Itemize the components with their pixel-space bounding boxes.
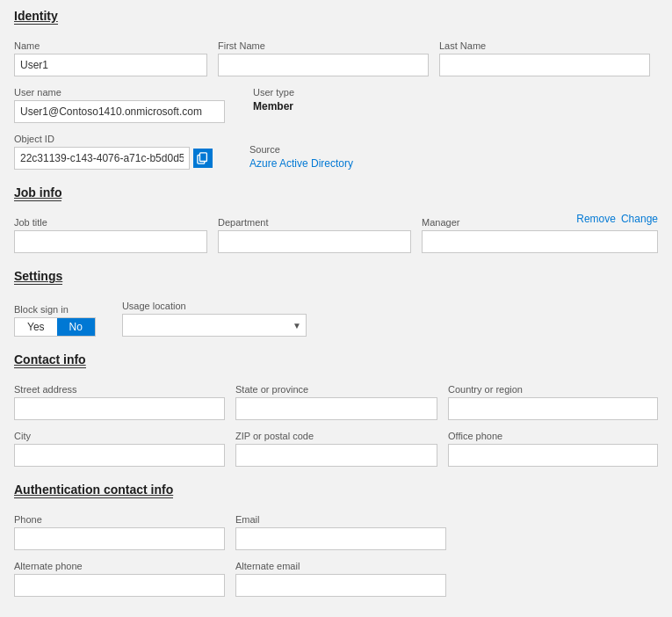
state-input[interactable] [235,397,437,420]
first-name-input[interactable] [218,54,429,76]
remove-manager-link[interactable]: Remove [576,213,616,225]
office-phone-label: Office phone [448,431,658,441]
alt-phone-input[interactable] [14,574,225,597]
zip-label: ZIP or postal code [235,431,437,441]
toggle-group: Yes No [14,317,96,337]
email-input[interactable] [235,527,446,550]
manager-input[interactable] [422,230,658,253]
contact-info-title: Contact info [14,352,86,368]
job-info-section: Job info Job title Department Manager Re… [14,185,658,253]
contact-row-1: Street address State or province Country… [14,377,658,420]
settings-title: Settings [14,269,62,285]
first-name-label: First Name [218,40,429,51]
job-title-input[interactable] [14,230,207,253]
alt-email-label: Alternate email [235,561,446,571]
phone-input[interactable] [14,527,225,550]
department-label: Department [218,217,411,228]
change-manager-link[interactable]: Change [621,213,658,225]
block-sign-in-label: Block sign in [14,304,96,315]
contact-info-section: Contact info Street address State or pro… [14,352,658,467]
object-id-input[interactable] [14,147,190,170]
settings-section: Settings Block sign in Yes No Usage loca… [14,269,658,337]
copy-icon[interactable] [193,149,213,168]
country-label: Country or region [448,384,658,395]
city-label: City [14,431,225,441]
country-input[interactable] [448,397,658,420]
usage-location-label: Usage location [122,301,307,311]
usage-location-container: ▼ [122,314,307,337]
block-sign-in-group: Block sign in Yes No [14,297,96,337]
no-toggle[interactable]: No [57,318,95,336]
object-id-row [14,147,213,170]
auth-contact-section: Authentication contact info Phone Email … [14,483,658,597]
svg-rect-1 [200,153,207,162]
auth-row-2: Alternate phone Alternate email [14,554,658,597]
alt-phone-label: Alternate phone [14,561,225,571]
identity-title: Identity [14,9,58,25]
username-label: User name [14,87,225,98]
user-type-value: Member [253,100,294,113]
auth-row-1: Phone Email [14,507,658,550]
last-name-input[interactable] [439,54,650,76]
manager-label: Manager [422,217,459,228]
auth-contact-title: Authentication contact info [14,483,173,498]
name-label: Name [14,40,207,51]
last-name-label: Last Name [439,40,650,51]
contact-row-2: City ZIP or postal code Office phone [14,424,658,467]
identity-section: Identity Name First Name Last Name User … [14,9,658,170]
office-phone-input[interactable] [448,444,658,467]
source-label: Source [249,144,353,155]
job-title-label: Job title [14,217,207,228]
usage-location-select[interactable] [122,314,307,337]
city-input[interactable] [14,444,225,467]
street-address-label: Street address [14,384,225,395]
user-type-label: User type [253,87,294,98]
phone-label: Phone [14,514,225,525]
email-label: Email [235,514,446,525]
street-address-input[interactable] [14,397,225,420]
alt-email-input[interactable] [235,574,446,597]
source-link[interactable]: Azure Active Directory [249,157,353,170]
settings-row: Block sign in Yes No Usage location ▼ [14,294,658,337]
username-input[interactable] [14,100,225,123]
zip-input[interactable] [235,444,437,467]
department-input[interactable] [218,230,411,253]
name-input[interactable] [14,54,207,76]
yes-toggle[interactable]: Yes [15,318,57,336]
job-info-title: Job info [14,185,61,201]
object-id-label: Object ID [14,134,213,144]
state-label: State or province [235,384,437,395]
usage-location-group: Usage location ▼ [122,294,307,337]
